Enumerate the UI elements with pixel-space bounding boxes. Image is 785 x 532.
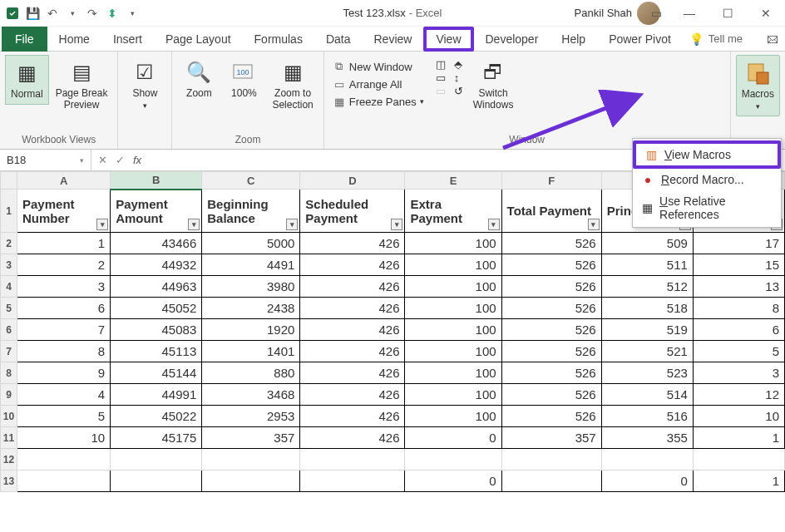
freeze-panes-button[interactable]: ▦Freeze Panes ▾ xyxy=(329,93,427,110)
cell[interactable]: 526 xyxy=(501,384,601,406)
split-icon[interactable]: ◫ xyxy=(436,58,446,71)
tab-power-pivot[interactable]: Power Pivot xyxy=(597,27,683,52)
name-box[interactable]: B18 ▾ xyxy=(0,150,91,170)
cell[interactable]: 7 xyxy=(17,319,111,341)
cell[interactable]: 100 xyxy=(405,406,501,427)
cell[interactable]: 100 xyxy=(405,254,501,276)
cell[interactable]: 0 xyxy=(405,427,501,449)
cell[interactable]: 5 xyxy=(17,406,111,427)
cell[interactable]: 13 xyxy=(693,276,784,298)
cell[interactable]: 6 xyxy=(693,319,784,341)
cell[interactable]: 523 xyxy=(601,362,693,384)
cell[interactable]: 100 xyxy=(405,362,501,384)
cell[interactable]: 3468 xyxy=(202,384,300,406)
cell[interactable]: 0 xyxy=(601,470,693,492)
close-button[interactable]: ✕ xyxy=(747,0,785,27)
use-relative-item[interactable]: ▦ Use Relative References xyxy=(633,190,781,225)
rowhead[interactable]: 11 xyxy=(1,427,17,449)
cell[interactable]: 357 xyxy=(501,427,601,449)
cell[interactable]: 426 xyxy=(300,341,405,362)
cell[interactable] xyxy=(601,449,693,470)
cell[interactable]: 44963 xyxy=(111,276,202,298)
cell[interactable]: 6 xyxy=(17,298,111,319)
cell[interactable]: 526 xyxy=(501,254,601,276)
rowhead[interactable]: 8 xyxy=(1,362,17,384)
tab-formulas[interactable]: Formulas xyxy=(243,27,314,52)
cancel-formula-icon[interactable]: ✕ xyxy=(98,154,107,166)
tab-help[interactable]: Help xyxy=(550,27,597,52)
reset-pos-icon[interactable]: ↺ xyxy=(454,85,463,97)
cell[interactable] xyxy=(17,449,111,470)
cell[interactable]: 0 xyxy=(405,470,501,492)
cell[interactable]: 3 xyxy=(17,276,111,298)
cell[interactable]: 526 xyxy=(501,341,601,362)
filter-icon[interactable]: ▾ xyxy=(391,219,402,230)
cell[interactable]: 426 xyxy=(300,427,405,449)
cell[interactable]: 4491 xyxy=(202,254,300,276)
cell[interactable] xyxy=(300,470,405,492)
cell[interactable]: 45113 xyxy=(111,341,202,362)
undo-dropdown-icon[interactable]: ▾ xyxy=(65,6,80,21)
rowhead[interactable]: 5 xyxy=(1,298,17,319)
header-extra-payment[interactable]: Extra Payment▾ xyxy=(405,190,501,233)
cell[interactable]: 100 xyxy=(405,298,501,319)
undo-icon[interactable]: ↶ xyxy=(45,6,60,21)
cell[interactable]: 100 xyxy=(405,384,501,406)
record-macro-item[interactable]: ● Record Macro... xyxy=(633,169,781,190)
cell[interactable]: 3 xyxy=(693,362,784,384)
tab-data[interactable]: Data xyxy=(314,27,363,52)
tab-review[interactable]: Review xyxy=(363,27,424,52)
cell[interactable]: 1920 xyxy=(202,319,300,341)
cell[interactable]: 4 xyxy=(17,384,111,406)
cell[interactable] xyxy=(300,449,405,470)
cell[interactable]: 9 xyxy=(17,362,111,384)
name-box-dropdown-icon[interactable]: ▾ xyxy=(80,156,84,165)
tab-developer[interactable]: Developer xyxy=(474,27,550,52)
cell[interactable]: 12 xyxy=(693,384,784,406)
file-tab[interactable]: File xyxy=(2,27,47,52)
cell[interactable]: 526 xyxy=(501,298,601,319)
macros-button[interactable]: Macros▾ xyxy=(736,55,780,116)
colhead-B[interactable]: B xyxy=(111,172,202,190)
enter-formula-icon[interactable]: ✓ xyxy=(116,154,125,166)
rowhead[interactable]: 7 xyxy=(1,341,17,362)
hide-icon[interactable]: ▭ xyxy=(436,71,446,84)
cell[interactable]: 521 xyxy=(601,341,693,362)
tell-me[interactable]: 💡 Tell me xyxy=(689,32,743,46)
cell[interactable] xyxy=(202,470,300,492)
cell[interactable]: 100 xyxy=(405,276,501,298)
tab-home[interactable]: Home xyxy=(47,27,101,52)
cell[interactable]: 2 xyxy=(17,254,111,276)
cell[interactable]: 1 xyxy=(693,470,784,492)
fx-icon[interactable]: fx xyxy=(133,154,141,166)
rowhead[interactable]: 13 xyxy=(1,470,17,492)
rowhead[interactable]: 4 xyxy=(1,276,17,298)
cell[interactable]: 10 xyxy=(17,427,111,449)
cell[interactable]: 514 xyxy=(601,384,693,406)
cell[interactable]: 45083 xyxy=(111,319,202,341)
cell[interactable] xyxy=(501,449,601,470)
cell[interactable]: 2953 xyxy=(202,406,300,427)
rowhead[interactable]: 6 xyxy=(1,319,17,341)
filter-icon[interactable]: ▾ xyxy=(588,219,600,230)
cell[interactable]: 10 xyxy=(693,406,784,427)
cell[interactable]: 1 xyxy=(17,233,111,254)
cell[interactable]: 526 xyxy=(501,406,601,427)
cell[interactable]: 1401 xyxy=(202,341,300,362)
show-button[interactable]: ☑ Show▾ xyxy=(123,55,166,115)
cell[interactable] xyxy=(202,449,300,470)
filter-icon[interactable]: ▾ xyxy=(286,219,298,230)
cell[interactable]: 45022 xyxy=(111,406,202,427)
cell[interactable]: 526 xyxy=(501,276,601,298)
filter-icon[interactable]: ▾ xyxy=(188,219,200,230)
colhead-E[interactable]: E xyxy=(405,172,501,190)
cell[interactable]: 43466 xyxy=(111,233,202,254)
autosave-icon[interactable] xyxy=(5,6,20,21)
cell[interactable]: 518 xyxy=(601,298,693,319)
cell[interactable]: 509 xyxy=(601,233,693,254)
sort-icon[interactable]: ⬍ xyxy=(105,6,120,21)
rowhead-1[interactable]: 1 xyxy=(1,190,17,233)
cell[interactable]: 5000 xyxy=(202,233,300,254)
filter-icon[interactable]: ▾ xyxy=(96,219,108,230)
cell[interactable]: 45144 xyxy=(111,362,202,384)
